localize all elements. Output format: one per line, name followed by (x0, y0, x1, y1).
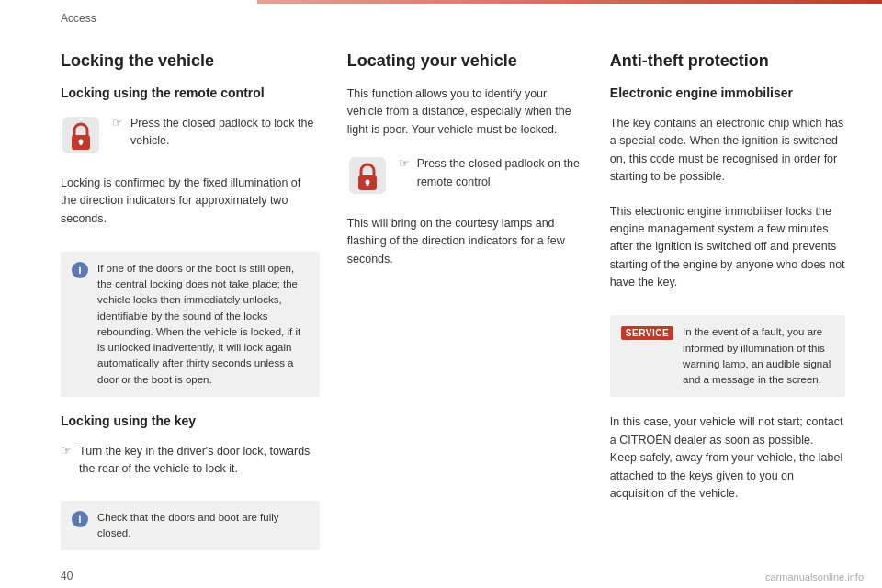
bullet-1: ☞ Press the closed padlock to lock the v… (112, 115, 320, 151)
service-text: In the event of a fault, you are informe… (683, 324, 834, 388)
info-box-2: i Check that the doors and boot are full… (61, 501, 320, 551)
padlock-row-1: ☞ Press the closed padlock to lock the v… (61, 115, 320, 156)
bullet-text-1: Press the closed padlock to lock the veh… (130, 115, 320, 151)
info-icon-2: i (72, 511, 88, 527)
padlock-icon-1 (61, 115, 101, 155)
padlock-row-2: ☞ Press the closed padlock on the remote… (347, 155, 582, 197)
middle-column: Locating your vehicle This function allo… (347, 51, 582, 548)
top-bar: Access (0, 0, 882, 33)
mid-body-1: This function allows you to identify you… (347, 85, 582, 139)
padlock-icon-2 (347, 155, 388, 196)
sub2-title: Locking using the key (61, 413, 320, 428)
bullet-text-2: Turn the key in the driver's door lock, … (79, 443, 320, 479)
info-box-1: i If one of the doors or the boot is sti… (61, 252, 320, 397)
accent-line (257, 0, 882, 4)
right-column: Anti-theft protection Electronic engine … (610, 51, 845, 548)
service-box: SERVICE In the event of a fault, you are… (610, 315, 845, 397)
info-icon-1: i (72, 262, 88, 278)
mid-body-2: This will bring on the courtesy lamps an… (347, 215, 582, 268)
arrow-icon-2: ☞ (61, 444, 72, 458)
sub1-title: Locking using the remote control (61, 85, 320, 100)
service-label: SERVICE (621, 326, 673, 340)
bullet-3: ☞ Press the closed padlock on the remote… (399, 155, 582, 191)
bullet-2: ☞ Turn the key in the driver's door lock… (61, 443, 320, 479)
left-section-title: Locking the vehicle (61, 51, 320, 71)
svg-rect-7 (366, 182, 368, 186)
left-column: Locking the vehicle Locking using the re… (61, 51, 320, 548)
page-number: 40 (61, 570, 73, 582)
locking-body-1: Locking is confirmed by the fixed illumi… (61, 175, 320, 228)
right-body-2: This electronic engine immobiliser locks… (610, 203, 845, 292)
right-section-title: Anti-theft protection (610, 51, 845, 71)
info-text-2: Check that the doors and boot are fully … (97, 510, 309, 542)
arrow-icon-1: ☞ (112, 116, 123, 130)
main-content: Locking the vehicle Locking using the re… (0, 33, 882, 566)
info-text-1: If one of the doors or the boot is still… (97, 261, 309, 388)
right-sub1-title: Electronic engine immobiliser (610, 85, 845, 100)
right-body-3: In this case, your vehicle will not star… (610, 413, 845, 503)
arrow-icon-3: ☞ (399, 156, 410, 170)
svg-rect-3 (80, 141, 83, 145)
bullet-text-3: Press the closed padlock on the remote c… (417, 155, 582, 191)
mid-section-title: Locating your vehicle (347, 51, 582, 71)
watermark: carmanualsonline.info (765, 571, 864, 582)
section-label: Access (0, 8, 96, 25)
right-body-1: The key contains an electronic chip whic… (610, 115, 845, 187)
